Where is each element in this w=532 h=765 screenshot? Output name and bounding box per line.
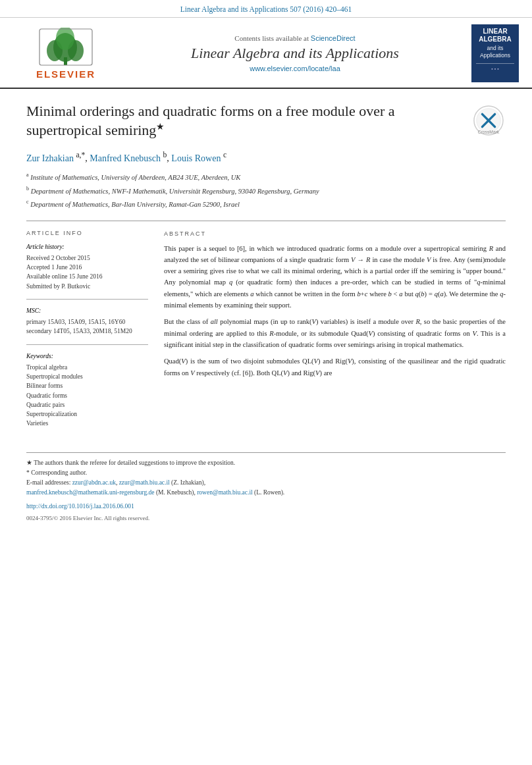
received-date: Received 2 October 2015	[26, 253, 148, 263]
abstract-header: ABSTRACT	[164, 229, 506, 238]
svg-text:CrossMark: CrossMark	[478, 130, 500, 134]
sciencedirect-line: Contents lists available at ScienceDirec…	[125, 34, 465, 42]
email-label: E-mail addresses:	[26, 479, 70, 486]
affiliations: a Institute of Mathematics, University o…	[26, 171, 506, 210]
article-title-area: Minimal orderings and quadratic forms on…	[26, 102, 506, 142]
article-info-header: ARTICLE INFO	[26, 229, 148, 238]
elsevier-tree-icon	[36, 28, 95, 67]
keyword-7: Varieties	[26, 419, 148, 428]
corresponding-note: * Corresponding author.	[26, 468, 506, 478]
sciencedirect-link[interactable]: ScienceDirect	[311, 34, 356, 42]
journal-header: ELSEVIER Contents lists available at Sci…	[0, 18, 532, 89]
affiliation-b: b Department of Mathematics, NWF-I Mathe…	[26, 185, 506, 197]
keyword-5: Quadratic pairs	[26, 400, 148, 409]
doi-line[interactable]: http://dx.doi.org/10.1016/j.laa.2016.06.…	[26, 502, 506, 512]
abstract-para-2: But the class of all polynomial maps (in…	[164, 316, 506, 350]
abstract-text: This paper is a sequel to [6], in which …	[164, 243, 506, 379]
elsevier-logo: ELSEVIER	[13, 28, 119, 80]
main-content: Minimal orderings and quadratic forms on…	[0, 89, 532, 536]
footer-area: ★ The authors thank the referee for deta…	[26, 452, 506, 523]
msc-label: MSC:	[26, 306, 148, 315]
right-column: ABSTRACT This paper is a sequel to [6], …	[164, 229, 506, 436]
journal-title-header: Linear Algebra and its Applications	[125, 45, 465, 62]
thank-note: ★ The authors thank the referee for deta…	[26, 458, 506, 468]
submitted-by: Submitted by P. Butkovic	[26, 282, 148, 291]
article-title-text: Minimal orderings and quadratic forms on…	[26, 103, 395, 138]
keyword-2: Supertropical modules	[26, 372, 148, 381]
keywords-label: Keywords:	[26, 352, 148, 361]
two-column-layout: ARTICLE INFO Article history: Received 2…	[26, 221, 506, 436]
keyword-4: Quadratic forms	[26, 391, 148, 400]
author-knebusch[interactable]: Manfred Knebusch	[90, 153, 161, 163]
email-izhakian-1[interactable]: zzur@abdn.ac.uk	[72, 479, 116, 486]
email-line-2: manfred.knebusch@mathematik.uni-regensbu…	[26, 488, 506, 498]
keyword-6: Supertropicalization	[26, 409, 148, 419]
copyright-line: 0024-3795/© 2016 Elsevier Inc. All right…	[26, 514, 506, 523]
keyword-3: Bilinear forms	[26, 381, 148, 390]
crossmark-logo[interactable]: CrossMark	[473, 105, 506, 142]
journal-center: Contents lists available at ScienceDirec…	[119, 34, 471, 72]
keyword-1: Tropical algebra	[26, 363, 148, 372]
journal-citation-bar: Linear Algebra and its Applications 507 …	[0, 0, 532, 18]
elsevier-wordmark: ELSEVIER	[36, 68, 95, 80]
journal-url[interactable]: www.elsevier.com/locate/laa	[125, 65, 465, 72]
left-divider-2	[26, 344, 148, 345]
authors-line: Zur Izhakian a,*, Manfred Knebusch b, Lo…	[26, 151, 506, 164]
history-label: Article history:	[26, 242, 148, 251]
keywords-section: Keywords: Tropical algebra Supertropical…	[26, 352, 148, 429]
secondary-msc: secondary 14T05, 15A33, 20M18, 51M20	[26, 327, 148, 336]
accepted-date: Accepted 1 June 2016	[26, 263, 148, 272]
abstract-para-3: Quad(V) is the sum of two disjoint submo…	[164, 356, 506, 379]
email-izhakian-2[interactable]: zzur@math.biu.ac.il	[119, 479, 170, 486]
article-history: Article history: Received 2 October 2015…	[26, 242, 148, 291]
affiliation-c: c Department of Mathematics, Bar-Ilan Un…	[26, 198, 506, 210]
author-izhakian[interactable]: Zur Izhakian	[26, 153, 74, 163]
left-divider-1	[26, 299, 148, 300]
journal-cover-box: LINEAR ALGEBRA and its Applications ▪ ▪ …	[471, 24, 519, 82]
author-rowen[interactable]: Louis Rowen	[171, 153, 221, 163]
affiliation-a: a Institute of Mathematics, University o…	[26, 171, 506, 183]
email-knebusch[interactable]: manfred.knebusch@mathematik.uni-regensbu…	[26, 489, 155, 496]
title-star: ★	[156, 122, 165, 132]
email-rowen[interactable]: rowen@math.biu.ac.il	[197, 489, 252, 496]
left-column: ARTICLE INFO Article history: Received 2…	[26, 229, 148, 436]
primary-msc: primary 15A03, 15A09, 15A15, 16Y60	[26, 317, 148, 327]
citation-text: Linear Algebra and its Applications 507 …	[180, 5, 352, 13]
msc-section: MSC: primary 15A03, 15A09, 15A15, 16Y60 …	[26, 306, 148, 336]
available-date: Available online 15 June 2016	[26, 272, 148, 281]
abstract-para-1: This paper is a sequel to [6], in which …	[164, 243, 506, 311]
email-line: E-mail addresses: zzur@abdn.ac.uk, zzur@…	[26, 478, 506, 488]
